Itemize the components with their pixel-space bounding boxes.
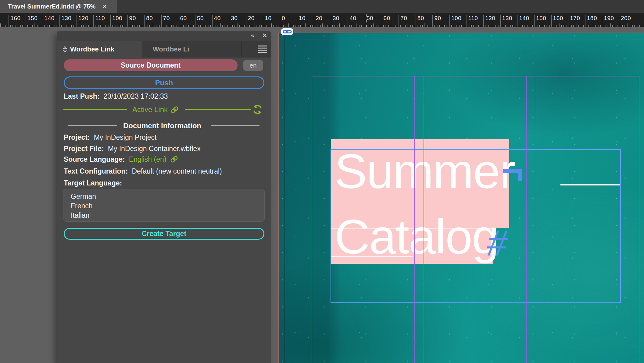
ruler-tick bbox=[395, 25, 395, 27]
column-guide bbox=[424, 76, 424, 363]
ruler-tick bbox=[148, 25, 148, 27]
ruler-tick bbox=[199, 25, 199, 27]
ruler-tick bbox=[555, 25, 555, 27]
ruler-tick bbox=[512, 25, 513, 27]
ruler-tick bbox=[216, 25, 216, 27]
ruler-label: 100 bbox=[451, 15, 461, 22]
push-button[interactable]: Push bbox=[64, 76, 264, 89]
ruler-tick bbox=[138, 25, 138, 27]
panel-menu-icon[interactable] bbox=[258, 45, 268, 53]
ruler-tick bbox=[41, 25, 41, 27]
ruler-tick bbox=[217, 25, 217, 27]
ruler-tick bbox=[104, 25, 104, 27]
ruler-tick bbox=[495, 25, 496, 27]
ruler-tick bbox=[149, 25, 150, 27]
ruler-tick bbox=[490, 25, 490, 27]
wordbee-link-icon bbox=[170, 155, 178, 163]
ruler-tick bbox=[112, 25, 113, 27]
ruler-tick bbox=[87, 25, 87, 27]
ruler-major-tick bbox=[59, 15, 60, 27]
collapse-panel-icon[interactable]: « bbox=[251, 32, 254, 39]
document-canvas[interactable]: Summer Catalog # bbox=[278, 33, 644, 363]
ruler-tick bbox=[638, 25, 638, 27]
ruler-tick bbox=[265, 25, 265, 27]
divider bbox=[185, 109, 251, 110]
ruler-tick bbox=[177, 25, 177, 27]
ruler-tick bbox=[424, 23, 424, 27]
last-push-value: 23/10/2023 17:02:33 bbox=[104, 92, 168, 100]
document-tab[interactable]: Travel SummerEd.indd @ 75% ✕ bbox=[0, 0, 117, 13]
ruler-tick bbox=[360, 25, 360, 27]
ruler-tick bbox=[470, 25, 470, 27]
tab-wordbee-link[interactable]: Wordbee Link bbox=[57, 41, 142, 58]
ruler-tick bbox=[71, 25, 72, 27]
ruler-tick bbox=[385, 25, 385, 27]
ruler-tick bbox=[592, 25, 592, 27]
list-item-french[interactable]: French bbox=[71, 201, 264, 211]
ruler-major-tick bbox=[26, 15, 26, 27]
ruler-tick bbox=[170, 23, 170, 27]
ruler-tick bbox=[341, 25, 341, 27]
ruler-major-tick bbox=[195, 15, 195, 27]
ruler-tick bbox=[226, 25, 226, 27]
text-configuration-row: Text Configuration: Default (new content… bbox=[64, 167, 222, 175]
close-panel-icon[interactable]: ✕ bbox=[262, 32, 267, 39]
ruler-tick bbox=[16, 25, 16, 27]
ruler-tick bbox=[22, 25, 23, 27]
list-item-italian[interactable]: Italian bbox=[71, 211, 264, 220]
page-edge-horizontal bbox=[279, 39, 644, 39]
ruler-major-tick bbox=[585, 15, 585, 27]
ruler-tick bbox=[85, 23, 85, 27]
ruler-tick bbox=[126, 25, 126, 27]
refresh-icon[interactable] bbox=[252, 104, 263, 115]
ruler-tick bbox=[249, 25, 250, 27]
ruler-tick bbox=[288, 23, 289, 27]
ruler-tick bbox=[541, 25, 541, 27]
ruler-tick bbox=[227, 25, 228, 27]
ruler-tick bbox=[285, 25, 285, 27]
ruler-tick bbox=[210, 25, 211, 27]
ruler-label: 160 bbox=[10, 15, 20, 22]
ruler-tick bbox=[180, 25, 180, 27]
ruler-tick bbox=[214, 25, 214, 27]
ruler-tick bbox=[58, 25, 58, 27]
tab-wordbee-link-2[interactable]: Wordbee Li bbox=[143, 41, 242, 58]
ruler-tick bbox=[578, 25, 579, 27]
ruler-tick bbox=[358, 25, 358, 27]
source-document-button[interactable]: Source Document bbox=[64, 59, 238, 71]
create-target-button[interactable]: Create Target bbox=[64, 228, 264, 240]
ruler-tick bbox=[68, 23, 68, 27]
ruler-major-tick bbox=[365, 15, 365, 27]
ruler-tick bbox=[553, 25, 553, 27]
ruler-tick bbox=[27, 25, 28, 27]
ruler-tick bbox=[614, 25, 614, 27]
ruler-tick bbox=[261, 25, 262, 27]
linked-file-badge[interactable] bbox=[281, 28, 293, 35]
ruler-tick bbox=[129, 25, 129, 27]
ruler-tick bbox=[312, 25, 313, 27]
ruler-tick bbox=[168, 25, 168, 27]
source-language-badge: en bbox=[243, 60, 263, 71]
ruler-tick bbox=[595, 25, 596, 27]
ruler-tick bbox=[5, 25, 5, 27]
last-push-label: Last Push: bbox=[64, 92, 100, 100]
ruler-label: 120 bbox=[485, 15, 495, 22]
ruler-tick bbox=[505, 25, 506, 27]
target-language-list[interactable]: German French Italian bbox=[63, 189, 265, 222]
document-tab-close-icon[interactable]: ✕ bbox=[102, 3, 107, 10]
ruler-tick bbox=[463, 25, 463, 27]
ruler-tick bbox=[563, 25, 564, 27]
ruler-tick bbox=[536, 25, 536, 27]
ruler-tick bbox=[219, 25, 219, 27]
panel-header: « ✕ bbox=[57, 31, 271, 41]
ruler-tick bbox=[460, 25, 460, 27]
document-tab-title: Travel SummerEd.indd @ 75% bbox=[8, 3, 95, 10]
ruler-tick bbox=[70, 25, 70, 27]
ruler-tick bbox=[209, 25, 209, 27]
ruler-label: 30 bbox=[231, 15, 238, 22]
ruler-tick bbox=[256, 25, 256, 27]
ruler-tick bbox=[375, 25, 375, 27]
list-item-german[interactable]: German bbox=[71, 192, 264, 201]
ruler-tick bbox=[487, 25, 487, 27]
ruler-tick bbox=[185, 25, 185, 27]
